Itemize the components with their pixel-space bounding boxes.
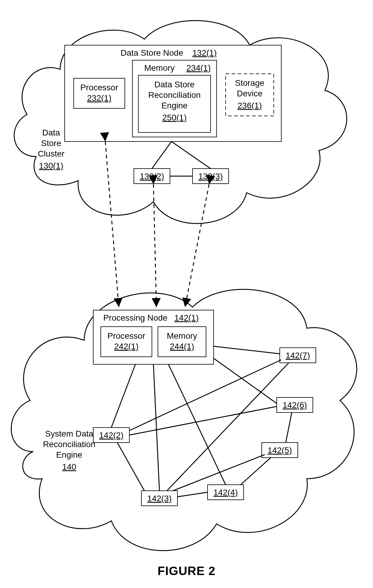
edge-3-4 [177,492,208,497]
edge-132-1-132-3 [171,142,211,169]
data-store-node-ref: 132(1) [193,48,217,58]
dashed-arrow-3 [185,184,209,307]
node-142-5-ref: 142(5) [268,446,292,455]
storage-line2: Device [237,89,263,98]
node-142-2: 142(2) [93,428,129,443]
processing-node-label: Processing Node [103,313,167,322]
figure-title: FIGURE 2 [158,564,215,577]
processor-label-top: Processor [80,83,118,92]
node-132-2-ref: 132(2) [140,172,164,181]
storage-line1: Storage [235,78,264,88]
node-142-2-ref: 142(2) [99,431,124,440]
edge-5-6 [286,412,292,443]
edge-1-2 [111,364,135,428]
dsre-ref: 250(1) [162,113,187,122]
node-132-2: 132(2) [134,169,170,184]
storage-ref: 236(1) [238,101,262,110]
node-142-5: 142(5) [262,443,298,458]
node-142-6: 142(6) [277,397,313,412]
processing-node-ref: 142(1) [174,313,199,322]
memory-box-top: Memory 234(1) Data Store Reconciliation … [132,60,217,137]
dsre-line3: Engine [161,101,187,110]
memory-ref-bottom: 244(1) [170,342,194,351]
edge-3-7 [167,363,289,491]
bottom-cloud-label: System Data Reconciliation Engine 140 [43,429,95,471]
node-142-3: 142(3) [141,491,177,506]
memory-label-top: Memory [144,63,174,73]
dashed-arrow-1 [105,142,119,307]
edge-1-3 [153,364,159,491]
node-142-3-ref: 142(3) [147,494,172,503]
processor-box-top: Processor 232(1) [74,78,125,108]
data-store-cluster-label-3: Cluster [38,149,65,158]
node-142-4: 142(4) [208,485,244,500]
node-142-4-ref: 142(4) [214,488,238,497]
node-142-7-ref: 142(7) [286,351,310,360]
processor-ref-bottom: 242(1) [114,342,139,351]
memory-ref-top: 234(1) [186,63,211,73]
edge-1-7 [214,346,280,354]
edge-2-3 [117,443,144,491]
edge-2-6 [129,406,277,435]
sdre-line2: Reconciliation [43,440,95,449]
processor-label-bottom: Processor [107,331,145,341]
sdre-line1: System Data [45,429,94,438]
node-142-7: 142(7) [280,348,316,363]
node-132-3-ref: 132(3) [199,172,223,181]
node-132-3: 132(3) [193,169,229,184]
data-store-cluster-label-1: Data [42,128,60,137]
data-store-node-label: Data Store Node [121,48,183,58]
dsre-line2: Reconciliation [148,90,201,100]
edge-1-4 [168,364,226,485]
sdre-ref: 140 [62,462,76,471]
edge-4-5 [241,458,271,485]
edge-132-1-132-2 [152,142,171,169]
processor-ref-top: 232(1) [87,93,112,103]
processing-node: Processing Node 142(1) Processor 242(1) … [93,310,214,364]
storage-device-box: Storage Device 236(1) [226,74,274,116]
memory-label-bottom: Memory [167,331,197,341]
node-142-6-ref: 142(6) [283,400,307,410]
sdre-line3: Engine [56,450,82,459]
top-cloud-label: Data Store Cluster 130(1) [38,128,65,170]
dsre-line1: Data Store [154,80,195,89]
data-store-cluster-ref: 130(1) [39,161,63,170]
edge-1-6 [214,358,277,403]
data-store-cluster-label-2: Store [41,138,61,148]
